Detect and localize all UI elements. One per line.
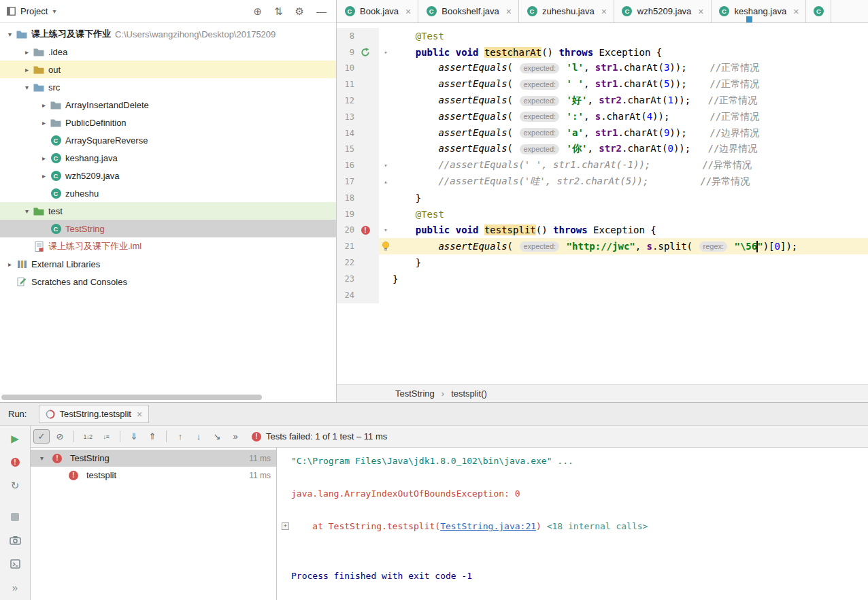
chevron-right-icon[interactable]: ▸ bbox=[4, 261, 16, 268]
tree-item-.idea[interactable]: ▸.idea bbox=[0, 43, 336, 61]
horizontal-scrollbar[interactable] bbox=[1, 395, 333, 401]
rerun-failed-tests-icon[interactable] bbox=[5, 454, 24, 469]
code-line-18[interactable]: 18 } bbox=[337, 190, 868, 206]
show-console-icon[interactable] bbox=[5, 556, 24, 571]
code-text[interactable]: } bbox=[393, 193, 868, 203]
close-tab-icon[interactable]: × bbox=[793, 6, 799, 17]
code-editor[interactable]: 8 @Test9▾ public void testcharAt() throw… bbox=[337, 23, 868, 384]
run-test-passed-icon[interactable] bbox=[354, 48, 376, 57]
line-number[interactable]: 20 bbox=[337, 225, 354, 235]
chevron-right-icon[interactable]: ▸ bbox=[38, 172, 50, 180]
line-number[interactable]: 17 bbox=[337, 177, 354, 186]
project-view-title[interactable]: Project bbox=[20, 6, 48, 16]
fold-up-icon[interactable]: ▴ bbox=[379, 178, 393, 185]
tree-item-zuheshu[interactable]: Czuheshu bbox=[0, 184, 336, 202]
code-line-15[interactable]: 15 assertEquals( expected: '你', str2.cha… bbox=[337, 141, 868, 158]
hide-panel-icon[interactable]: — bbox=[316, 5, 327, 17]
line-number[interactable]: 23 bbox=[337, 274, 354, 284]
more-icon[interactable]: » bbox=[5, 580, 24, 595]
code-text[interactable]: //assertEquals('哇', str2.charAt(5)); //异… bbox=[393, 176, 868, 188]
code-line-23[interactable]: 23} bbox=[337, 271, 868, 287]
tree-item-test[interactable]: ▾test bbox=[0, 202, 336, 220]
thread-dump-icon[interactable] bbox=[5, 533, 24, 548]
chevron-down-icon[interactable]: ▾ bbox=[4, 31, 16, 38]
code-line-11[interactable]: 11 assertEquals( expected: ' ', str1.cha… bbox=[337, 76, 868, 93]
code-line-13[interactable]: 13 assertEquals( expected: ':', s.charAt… bbox=[337, 109, 868, 125]
breadcrumb-item-method[interactable]: testsplit() bbox=[451, 388, 487, 399]
tree-item-ArrayInsertandDelete[interactable]: ▸ArrayInsertandDelete bbox=[0, 96, 336, 114]
code-line-16[interactable]: 16▾ //assertEquals(' ', str1.charAt(-1))… bbox=[337, 157, 868, 173]
line-number[interactable]: 15 bbox=[337, 144, 354, 154]
chevron-right-icon[interactable]: ▸ bbox=[21, 66, 33, 73]
code-line-12[interactable]: 12 assertEquals( expected: '好', str2.cha… bbox=[337, 93, 868, 109]
toggle-auto-test-icon[interactable]: ↻ bbox=[5, 478, 24, 493]
test-tree-item-testsplit[interactable]: testsplit11 ms bbox=[31, 467, 276, 484]
editor-tab-keshang.java[interactable]: Ckeshang.java× bbox=[712, 0, 807, 22]
tree-item-External Libraries[interactable]: ▸External Libraries bbox=[0, 255, 336, 273]
code-text[interactable]: assertEquals( expected: 'a', str1.charAt… bbox=[393, 127, 868, 139]
breadcrumb-item-class[interactable]: TestString bbox=[395, 388, 435, 399]
close-tab-icon[interactable]: × bbox=[601, 6, 607, 17]
expand-all-icon[interactable]: ⇓ bbox=[126, 429, 142, 444]
settings-gear-icon[interactable]: ⚙ bbox=[295, 5, 304, 18]
tree-item-TestString[interactable]: CTestString bbox=[0, 220, 336, 237]
code-line-17[interactable]: 17▴ //assertEquals('哇', str2.charAt(5));… bbox=[337, 173, 868, 190]
code-text[interactable]: assertEquals( expected: '你', str2.charAt… bbox=[393, 143, 868, 155]
code-line-9[interactable]: 9▾ public void testcharAt() throws Excep… bbox=[337, 44, 868, 61]
run-test-failed-icon[interactable] bbox=[354, 226, 376, 235]
rerun-tests-icon[interactable]: ▶ bbox=[5, 431, 24, 446]
locate-file-icon[interactable]: ⊕ bbox=[253, 5, 262, 18]
tree-item-课上练习及课下作业.iml[interactable]: 课上练习及课下作业.iml bbox=[0, 237, 336, 255]
scrollbar-thumb[interactable] bbox=[1, 395, 262, 400]
test-tree-item-TestString[interactable]: ▾TestString11 ms bbox=[31, 450, 276, 467]
stop-icon[interactable] bbox=[5, 510, 24, 524]
next-failed-test-icon[interactable]: ↓ bbox=[190, 429, 207, 444]
show-ignored-icon[interactable]: ⊘ bbox=[52, 429, 68, 444]
code-line-21[interactable]: 21 assertEquals( expected: "http://jwc",… bbox=[337, 238, 868, 254]
run-console[interactable]: "C:\Program Files\Java\jdk1.8.0_102\bin\… bbox=[277, 448, 868, 600]
code-line-22[interactable]: 22 } bbox=[337, 254, 868, 271]
line-number[interactable]: 9 bbox=[337, 48, 354, 57]
tree-item-out[interactable]: ▸out bbox=[0, 61, 336, 78]
line-number[interactable]: 14 bbox=[337, 129, 354, 138]
code-text[interactable]: public void testsplit() throws Exception… bbox=[393, 224, 868, 235]
editor-tab-partial[interactable]: C bbox=[806, 0, 831, 22]
chevron-down-icon[interactable]: ▾ bbox=[21, 207, 33, 215]
previous-failed-test-icon[interactable]: ↑ bbox=[172, 429, 188, 444]
line-number[interactable]: 16 bbox=[337, 161, 354, 170]
line-number[interactable]: 19 bbox=[337, 210, 354, 219]
jump-to-source-icon[interactable]: ↘ bbox=[209, 429, 225, 444]
tree-item-keshang.java[interactable]: ▸Ckeshang.java bbox=[0, 149, 336, 167]
line-number[interactable]: 11 bbox=[337, 80, 354, 89]
code-text[interactable]: //assertEquals(' ', str1.charAt(-1)); //… bbox=[393, 159, 868, 171]
chevron-right-icon[interactable]: ▸ bbox=[38, 101, 50, 109]
code-text[interactable]: assertEquals( expected: ':', s.charAt(4)… bbox=[393, 111, 868, 123]
collapse-all-icon[interactable]: ⇑ bbox=[144, 429, 161, 444]
close-tab-icon[interactable]: × bbox=[137, 409, 142, 420]
close-tab-icon[interactable]: × bbox=[506, 6, 512, 17]
code-text[interactable]: assertEquals( expected: ' ', str1.charAt… bbox=[393, 78, 868, 90]
code-line-19[interactable]: 19 @Test bbox=[337, 206, 868, 222]
tree-item-wzh5209.java[interactable]: ▸Cwzh5209.java bbox=[0, 167, 336, 184]
code-line-8[interactable]: 8 @Test bbox=[337, 28, 868, 44]
close-tab-icon[interactable]: × bbox=[405, 6, 411, 17]
close-tab-icon[interactable]: × bbox=[698, 6, 703, 17]
code-line-24[interactable]: 24 bbox=[337, 287, 868, 303]
tree-item-ArraySquareReverse[interactable]: CArraySquareReverse bbox=[0, 131, 336, 149]
editor-tab-zuheshu.java[interactable]: Czuheshu.java× bbox=[519, 0, 614, 22]
chevron-right-icon[interactable]: ▸ bbox=[38, 154, 50, 162]
console-fold-icon[interactable]: + bbox=[280, 522, 291, 530]
line-number[interactable]: 12 bbox=[337, 96, 354, 105]
tree-item-PublicDefinition[interactable]: ▸PublicDefinition bbox=[0, 114, 336, 131]
chevron-down-icon[interactable]: ▾ bbox=[52, 7, 56, 15]
line-number[interactable]: 13 bbox=[337, 112, 354, 122]
chevron-down-icon[interactable]: ▾ bbox=[36, 454, 48, 462]
more-options-icon[interactable]: » bbox=[227, 429, 244, 444]
code-text[interactable]: assertEquals( expected: "http://jwc", s.… bbox=[393, 241, 868, 253]
code-text[interactable]: } bbox=[393, 257, 868, 268]
line-number[interactable]: 10 bbox=[337, 63, 354, 73]
editor-tab-Book.java[interactable]: CBook.java× bbox=[337, 0, 418, 22]
line-number[interactable]: 8 bbox=[337, 31, 354, 41]
line-number[interactable]: 18 bbox=[337, 193, 354, 203]
fold-down-icon[interactable]: ▾ bbox=[379, 227, 393, 233]
